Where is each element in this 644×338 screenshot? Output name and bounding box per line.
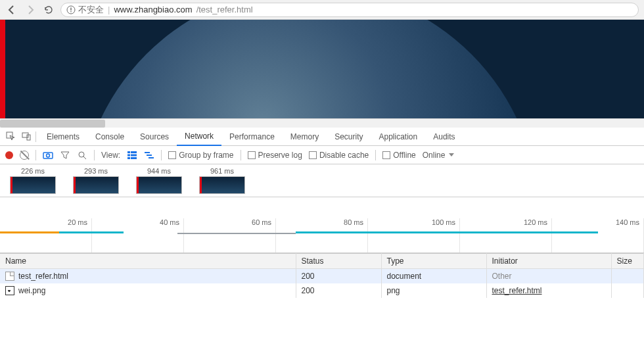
request-status: 200 xyxy=(296,283,381,298)
svg-rect-9 xyxy=(127,151,130,153)
frame-time: 293 ms xyxy=(84,167,108,175)
back-button[interactable] xyxy=(5,3,18,16)
network-toolbar: View: Group by frame Preserve log Disabl… xyxy=(0,146,644,164)
large-rows-icon[interactable] xyxy=(127,150,137,160)
svg-rect-11 xyxy=(127,154,130,156)
request-status: 200 xyxy=(296,269,381,284)
tab-audits[interactable]: Audits xyxy=(425,128,463,146)
security-indicator: 不安全 xyxy=(66,4,104,16)
request-size xyxy=(611,283,644,298)
device-toggle-icon[interactable] xyxy=(20,130,33,143)
timeline-bar xyxy=(177,233,296,234)
filter-icon[interactable] xyxy=(60,150,70,160)
disable-cache-checkbox[interactable]: Disable cache xyxy=(309,151,369,160)
svg-point-8 xyxy=(79,152,84,157)
group-by-frame-checkbox[interactable]: Group by frame xyxy=(168,151,233,160)
svg-point-7 xyxy=(47,154,50,157)
timeline-tick: 140 ms xyxy=(552,218,644,253)
table-row[interactable]: wei.png200pngtest_refer.html xyxy=(0,283,644,298)
reload-button[interactable] xyxy=(42,3,55,16)
request-size xyxy=(611,269,644,284)
filmstrip-frame[interactable]: 293 ms xyxy=(70,167,122,194)
col-name[interactable]: Name xyxy=(0,254,296,269)
request-initiator: Other xyxy=(492,272,512,281)
timeline-bar xyxy=(59,231,124,233)
tab-memory[interactable]: Memory xyxy=(283,128,327,146)
col-size[interactable]: Size xyxy=(611,254,644,269)
tab-performance[interactable]: Performance xyxy=(221,128,283,146)
tab-network[interactable]: Network xyxy=(177,128,221,146)
svg-rect-17 xyxy=(149,157,154,158)
filmstrip: 226 ms293 ms944 ms961 ms xyxy=(0,164,644,197)
col-status[interactable]: Status xyxy=(296,254,381,269)
record-button[interactable] xyxy=(5,151,13,159)
file-icon xyxy=(5,286,14,295)
insecure-label: 不安全 xyxy=(78,4,104,16)
request-name: wei.png xyxy=(18,286,45,295)
svg-rect-2 xyxy=(70,11,71,12)
requests-table: Name Status Type Initiator Size test_ref… xyxy=(0,253,644,298)
col-type[interactable]: Type xyxy=(381,254,486,269)
file-icon xyxy=(5,272,14,281)
timeline-tick: 100 ms xyxy=(368,218,460,253)
svg-rect-10 xyxy=(131,151,137,153)
address-bar[interactable]: 不安全 | www.zhangbiao.com/test_refer.html xyxy=(60,3,639,17)
timeline-tick: 120 ms xyxy=(460,218,552,253)
timeline-tick: 60 ms xyxy=(184,218,276,253)
divider xyxy=(35,132,36,142)
filmstrip-frame[interactable]: 961 ms xyxy=(196,167,248,194)
svg-rect-12 xyxy=(131,154,137,156)
filmstrip-frame[interactable]: 944 ms xyxy=(133,167,185,194)
capture-screenshots-icon[interactable] xyxy=(43,151,53,160)
scrollbar-thumb[interactable] xyxy=(0,120,105,128)
timeline-tick: 80 ms xyxy=(276,218,368,253)
forward-button[interactable] xyxy=(24,3,37,16)
timeline-tick: 20 ms xyxy=(0,218,92,253)
tab-elements[interactable]: Elements xyxy=(39,128,87,146)
divider xyxy=(94,150,95,160)
url-separator: | xyxy=(108,5,110,14)
divider xyxy=(161,150,162,160)
frame-time: 944 ms xyxy=(147,167,171,175)
devtools-tabbar: ElementsConsoleSourcesNetworkPerformance… xyxy=(0,128,644,146)
chevron-down-icon xyxy=(449,153,454,157)
table-row[interactable]: test_refer.html200documentOther xyxy=(0,269,644,284)
preserve-log-checkbox[interactable]: Preserve log xyxy=(248,151,302,160)
frame-thumb xyxy=(73,176,119,194)
svg-rect-16 xyxy=(147,155,152,156)
timeline-tick: 40 ms xyxy=(92,218,184,253)
request-type: document xyxy=(381,269,486,284)
offline-checkbox[interactable]: Offline xyxy=(382,151,415,160)
frame-thumb xyxy=(199,176,245,194)
col-initiator[interactable]: Initiator xyxy=(486,254,611,269)
tab-security[interactable]: Security xyxy=(327,128,371,146)
filmstrip-frame[interactable]: 226 ms xyxy=(7,167,59,194)
frame-thumb xyxy=(10,176,56,194)
divider xyxy=(35,150,36,160)
frame-time: 961 ms xyxy=(210,167,234,175)
page-content xyxy=(0,20,644,118)
frame-time: 226 ms xyxy=(21,167,45,175)
browser-toolbar: 不安全 | www.zhangbiao.com/test_refer.html xyxy=(0,0,644,20)
request-name: test_refer.html xyxy=(18,272,68,281)
clear-button[interactable] xyxy=(20,151,29,160)
earth-image xyxy=(79,20,539,118)
page-horizontal-scrollbar[interactable] xyxy=(0,118,644,128)
view-label: View: xyxy=(101,151,120,160)
inspect-icon[interactable] xyxy=(4,130,17,143)
search-icon[interactable] xyxy=(77,150,87,160)
request-type: png xyxy=(381,283,486,298)
tab-sources[interactable]: Sources xyxy=(132,128,177,146)
url-host: www.zhangbiao.com xyxy=(114,5,192,14)
request-initiator[interactable]: test_refer.html xyxy=(492,286,542,295)
url-path: /test_refer.html xyxy=(196,5,253,14)
throttling-select[interactable]: Online xyxy=(423,151,455,160)
waterfall-icon[interactable] xyxy=(144,150,154,160)
frame-thumb xyxy=(136,176,182,194)
tab-console[interactable]: Console xyxy=(87,128,132,146)
svg-rect-15 xyxy=(145,152,150,153)
timeline-overview[interactable]: 20 ms40 ms60 ms80 ms100 ms120 ms140 ms xyxy=(0,217,644,253)
tab-application[interactable]: Application xyxy=(371,128,426,146)
svg-rect-1 xyxy=(70,7,71,11)
timeline-bar xyxy=(0,231,59,233)
